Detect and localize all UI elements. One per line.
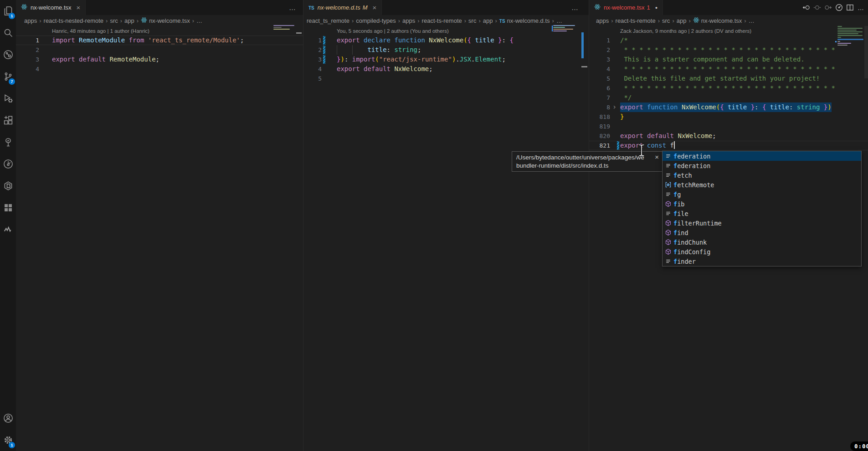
breadcrumb-item[interactable]: apps xyxy=(402,17,415,24)
suggest-item-fg[interactable]: fg xyxy=(663,190,861,199)
next-change-icon[interactable] xyxy=(824,4,832,12)
breadcrumb-item[interactable]: app xyxy=(124,17,134,24)
settings-icon[interactable]: 1 xyxy=(0,429,16,451)
minimap-group-1[interactable] xyxy=(273,25,299,31)
extensions-icon[interactable] xyxy=(0,109,16,131)
explorer-icon[interactable]: 1 xyxy=(0,0,16,22)
editor-line[interactable]: 5 Delete this file and get started with … xyxy=(589,74,868,83)
breadcrumb-item[interactable]: src xyxy=(110,17,118,24)
breadcrumb-item[interactable]: apps xyxy=(24,17,37,24)
breadcrumb-item[interactable]: compiled-types xyxy=(356,17,395,24)
line-number[interactable]: 2 xyxy=(589,45,610,55)
editor-line[interactable]: 2 xyxy=(16,45,303,55)
line-number[interactable]: 8 xyxy=(589,102,610,112)
line-number[interactable]: 4 xyxy=(589,64,610,74)
minimap-group-3[interactable] xyxy=(837,26,863,46)
breadcrumb-item[interactable]: src xyxy=(662,17,670,24)
tab-nx-welcome.d.ts[interactable]: TSnx-welcome.d.tsM× xyxy=(303,0,382,15)
extension-hexagon-b-icon[interactable] xyxy=(0,175,16,197)
breadcrumb-item[interactable]: react_ts_remote xyxy=(307,17,349,24)
scrollbar-g3[interactable] xyxy=(864,26,868,78)
line-number[interactable]: 3 xyxy=(303,55,322,64)
suggest-item-finder[interactable]: finder xyxy=(663,256,861,266)
line-number[interactable]: 820 xyxy=(589,131,610,141)
line-number[interactable]: 3 xyxy=(16,55,39,64)
line-number[interactable]: 1 xyxy=(16,36,39,45)
editor-line[interactable]: 3export default RemoteModule; xyxy=(16,55,303,64)
editor-line[interactable]: 2 * * * * * * * * * * * * * * * * * * * … xyxy=(589,45,868,55)
breadcrumb-item[interactable]: app xyxy=(483,17,493,24)
line-number[interactable]: 7 xyxy=(589,93,610,102)
breadcrumb-item[interactable]: src xyxy=(468,17,476,24)
tab-nx-welcome.tsx[interactable]: nx-welcome.tsx1● xyxy=(589,0,663,15)
editor-line[interactable]: 1export declare function NxWelcome({ tit… xyxy=(303,36,589,45)
run-and-debug-icon[interactable] xyxy=(0,87,16,109)
git-graph-icon[interactable] xyxy=(0,153,16,175)
breadcrumb-item-tail[interactable]: … xyxy=(749,17,755,24)
stage-change-icon[interactable] xyxy=(813,4,821,12)
editor-line[interactable]: 819 xyxy=(589,122,868,131)
close-icon[interactable]: × xyxy=(77,4,81,11)
suggest-item-fetch[interactable]: fetch xyxy=(663,170,861,180)
editor-line[interactable]: 4 * * * * * * * * * * * * * * * * * * * … xyxy=(589,64,868,74)
breadcrumb-item[interactable]: app xyxy=(677,17,687,24)
line-number[interactable]: 5 xyxy=(303,74,322,83)
breadcrumb-item[interactable]: react-ts-remote xyxy=(616,17,656,24)
search-icon[interactable] xyxy=(0,22,16,44)
breadcrumb-item-tail[interactable]: … xyxy=(556,17,562,24)
split-editor-icon[interactable] xyxy=(846,4,854,12)
suggest-item-fib[interactable]: fib xyxy=(663,199,861,209)
breadcrumb-item[interactable]: react-ts-nested-remote xyxy=(44,17,104,24)
extension-grid-icon[interactable] xyxy=(0,197,16,219)
close-icon[interactable]: × xyxy=(655,153,659,161)
line-number[interactable]: 1 xyxy=(303,36,322,45)
line-number[interactable]: 2 xyxy=(303,45,322,55)
line-number[interactable]: 818 xyxy=(589,112,610,122)
source-control-icon[interactable]: 7 xyxy=(0,66,16,87)
line-number[interactable]: 4 xyxy=(16,64,39,74)
editor-line[interactable]: 6 * * * * * * * * * * * * * * * * * * * … xyxy=(589,83,868,93)
minimap-group-2[interactable] xyxy=(553,25,577,32)
open-changes-icon[interactable] xyxy=(835,4,843,12)
suggest-item-find[interactable]: find xyxy=(663,228,861,237)
tab-nx-welcome.tsx[interactable]: nx-welcome.tsx× xyxy=(16,0,86,15)
editor-line[interactable]: 1import RemoteModule from 'react_ts_remo… xyxy=(16,36,303,45)
extension-squiggle-icon[interactable] xyxy=(0,219,16,241)
breadcrumb-item-file[interactable]: nx-welcome.tsx xyxy=(149,17,190,24)
editor-line[interactable]: 8›export function NxWelcome({ title }: {… xyxy=(589,102,868,112)
line-number[interactable]: 3 xyxy=(589,55,610,64)
line-number[interactable]: 5 xyxy=(589,74,610,83)
previous-change-icon[interactable] xyxy=(802,4,810,12)
editor-line[interactable]: 7 */ xyxy=(589,93,868,102)
suggest-item-fetchRemote[interactable]: fetchRemote xyxy=(663,180,861,190)
editor-line[interactable]: 1/* xyxy=(589,36,868,45)
breadcrumb-item-tail[interactable]: … xyxy=(196,17,202,24)
suggest-item-federation[interactable]: federation xyxy=(663,151,861,161)
breadcrumb-item[interactable]: react-ts-remote xyxy=(422,17,462,24)
dirty-dot-icon[interactable]: ● xyxy=(655,5,657,10)
suggest-item-filterRuntime[interactable]: filterRuntime xyxy=(663,218,861,228)
editor-line[interactable]: 4 xyxy=(16,64,303,74)
suggest-item-file[interactable]: file xyxy=(663,209,861,218)
line-number[interactable]: 2 xyxy=(16,45,39,55)
editor-line[interactable]: 3 This is a starter component and can be… xyxy=(589,55,868,64)
line-number[interactable]: 6 xyxy=(589,83,610,93)
editor-line[interactable]: 821export const f xyxy=(589,141,868,150)
editor-line[interactable]: 5 xyxy=(303,74,589,83)
source-control-graph-icon[interactable] xyxy=(0,44,16,66)
suggest-item-federation[interactable]: federation xyxy=(663,161,861,170)
editor-line[interactable]: 4export default NxWelcome; xyxy=(303,64,589,74)
line-number[interactable]: 821 xyxy=(589,141,610,150)
git-blame-codelens[interactable]: Zack Jackson, 9 months ago | 2 authors (… xyxy=(589,26,868,36)
more-actions-icon[interactable]: … xyxy=(857,4,865,12)
line-number[interactable]: 819 xyxy=(589,122,610,131)
more-actions-icon[interactable]: … xyxy=(289,0,296,15)
fold-chevron-icon[interactable]: › xyxy=(612,102,616,112)
suggest-item-findChunk[interactable]: findChunk xyxy=(663,237,861,247)
more-actions-icon[interactable]: … xyxy=(571,0,578,15)
git-blame-codelens[interactable]: Hanric, 48 minutes ago | 1 author (Hanri… xyxy=(16,26,303,36)
line-number[interactable]: 4 xyxy=(303,64,322,74)
editor-line[interactable]: 818} xyxy=(589,112,868,122)
breadcrumb-item-file[interactable]: nx-welcome.d.ts xyxy=(507,17,550,24)
breadcrumb-item-file[interactable]: nx-welcome.tsx xyxy=(701,17,742,24)
